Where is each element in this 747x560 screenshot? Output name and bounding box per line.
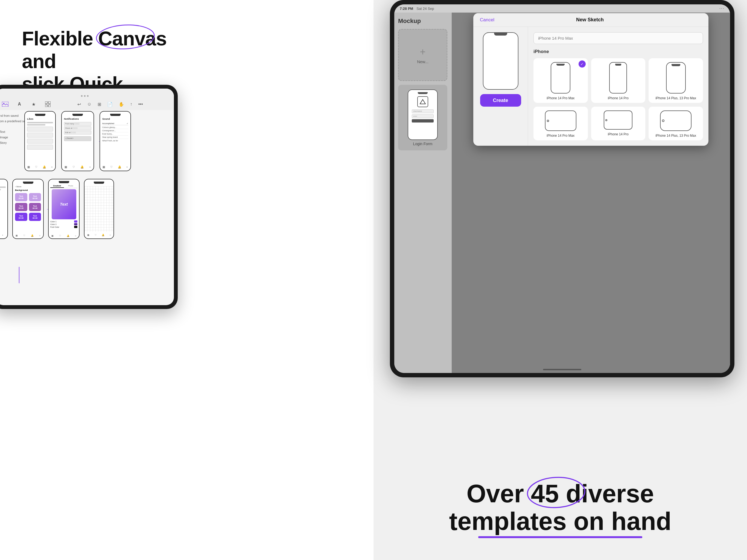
label-und: und from saved [0, 113, 26, 119]
modal-phone-preview [483, 32, 518, 90]
device-card-landscape-2[interactable]: iPhone 14 Pro [591, 107, 646, 140]
puzzle-icon[interactable]: ⊞ [98, 102, 101, 107]
device-name-6: iPhone 14 Plus, 13 Pro Max [655, 134, 696, 137]
device-grid-row1: ✓ iPhone 14 Pro Max [534, 58, 703, 103]
wireframe-row-2: ○• ‹ More Background Text [0, 179, 114, 239]
svg-rect-3 [48, 101, 51, 104]
wf-phone-notifications: Notifications Post many □ □ □ Share at □… [61, 111, 94, 171]
wf-phone-empty-grid: ▦♡🔔○ [84, 179, 114, 239]
left-panel: Flexible Canvas and slick Quick Actions [0, 0, 374, 560]
grid-tool-icon[interactable] [44, 101, 52, 107]
device-name-5: iPhone 14 Pro [608, 132, 628, 136]
wf-phone-partial: ○• [0, 179, 8, 239]
modal-phone-notch [494, 33, 507, 35]
ipad-left-screen: A ★ ↩ ☺ ⊞ 📄 ✋ ↑ ••• [0, 88, 174, 305]
create-button[interactable]: Create [480, 94, 521, 107]
device-card-landscape-3[interactable]: iPhone 14 Plus, 13 Pro Max [649, 107, 703, 140]
device-card-landscape-1[interactable]: iPhone 14 Pro Max [534, 107, 588, 140]
bottom-line2: templates on hand [374, 507, 747, 538]
modal-preview-section: Create [473, 27, 528, 146]
wireframe-row-1: Likes ▦♡🔔○ Notifications Post many □ □ □ [24, 111, 131, 171]
ipad-left-device: A ★ ↩ ☺ ⊞ 📄 ✋ ↑ ••• [0, 85, 178, 309]
hand-icon[interactable]: ✋ [119, 102, 124, 107]
device-name-2: iPhone 14 Pro [608, 96, 628, 100]
number-45-wrapper: 45 [531, 480, 559, 508]
text-tool-icon[interactable]: A [15, 101, 24, 107]
mockup-sidebar: Mockup + New... Use [394, 12, 452, 373]
tablet-preview-2 [604, 110, 633, 130]
sidebar-title: Mockup [398, 18, 448, 25]
undo-icon[interactable]: ↩ [77, 102, 81, 107]
status-more-dots: ··· [719, 6, 725, 11]
modal-header: Cancel New Sketch [473, 13, 709, 27]
modal-overlay: Cancel New Sketch Creat [452, 10, 730, 373]
bottom-headline-text: Over 45 diverse templates on hand [374, 480, 747, 538]
device-grid-row2: iPhone 14 Pro Max iPhone 14 Pro [534, 107, 703, 140]
modal-body: Create iPhone ✓ [473, 27, 709, 146]
label-predefined: from a predefined set [0, 119, 26, 124]
device-card-iphone14plus[interactable]: iPhone 14 Plus, 13 Pro Max [649, 58, 703, 103]
wf-phone-background: ‹ More Background Text Text [12, 179, 44, 239]
device-card-iphone14promax[interactable]: ✓ iPhone 14 Pro Max [534, 58, 588, 103]
svg-rect-5 [48, 105, 51, 107]
label-image: • Image [0, 135, 26, 140]
sketch-name-input[interactable] [534, 32, 703, 44]
wf-phone-sound: Sound Accomplished✓ Colours glassy... Co… [100, 111, 131, 171]
emoji-icon[interactable]: ☺ [87, 102, 91, 107]
label-story: • Story [0, 140, 26, 146]
ipad-status-bar: 7:28 PM Sat 24 Sep ··· [394, 4, 730, 12]
left-labels: und from saved from a predefined set • T… [0, 113, 26, 146]
status-date: Sat 24 Sep [416, 6, 434, 11]
new-card-plus-icon: + [420, 46, 426, 58]
selected-checkmark: ✓ [578, 60, 586, 68]
notch [35, 114, 45, 116]
bottom-headline: Over 45 diverse templates on hand [374, 480, 747, 538]
arrow-decoration [19, 267, 19, 283]
share-icon[interactable]: ↑ [130, 102, 132, 107]
ipad-right-device: 7:28 PM Sat 24 Sep ··· Mockup + New... [390, 0, 735, 377]
login-form-card[interactable]: Username •••••• Login Form [398, 85, 447, 150]
toolbar-dots [81, 95, 88, 97]
wf-phone-gradient: Gradient Photo Text Color 1 [48, 179, 80, 239]
number-45: 45 [531, 480, 559, 508]
canvas-circle-decoration [96, 23, 155, 51]
wf-phone-likes: Likes ▦♡🔔○ [24, 111, 56, 171]
tablet-preview-3 [660, 110, 692, 131]
phone-preview-img-3 [666, 62, 686, 94]
canvas-word: Canvas [98, 27, 166, 50]
modal-cancel-button[interactable]: Cancel [480, 17, 494, 23]
modal-device-section: iPhone ✓ iPhone 14 Pro Max [528, 27, 709, 146]
label-text: • Text [0, 129, 26, 135]
more-icon[interactable]: ••• [138, 102, 143, 107]
headline-line1: Flexible Canvas and [22, 28, 166, 72]
star-tool-icon[interactable]: ★ [29, 101, 38, 107]
svg-rect-4 [45, 105, 47, 107]
modal-title-text: New Sketch [576, 17, 604, 23]
ipad-right-screen: 7:28 PM Sat 24 Sep ··· Mockup + New... [394, 4, 730, 373]
device-card-iphone14pro[interactable]: iPhone 14 Pro [591, 58, 646, 103]
new-sketch-modal: Cancel New Sketch Creat [473, 13, 709, 146]
right-panel: 7:28 PM Sat 24 Sep ··· Mockup + New... [374, 0, 747, 560]
status-time: 7:28 PM [400, 6, 413, 11]
device-name-1: iPhone 14 Pro Max [547, 96, 574, 100]
templates-underline-decoration [478, 536, 642, 538]
device-name-3: iPhone 14 Plus, 13 Pro Max [655, 96, 696, 100]
bottom-line1: Over 45 diverse [466, 480, 654, 508]
tablet-preview-1 [545, 110, 576, 131]
device-name-4: iPhone 14 Pro Max [547, 134, 574, 137]
login-form-label: Login Form [413, 142, 433, 146]
image-tool-icon[interactable] [1, 101, 9, 107]
new-card-label: New... [417, 59, 429, 64]
svg-rect-2 [45, 101, 47, 104]
iphone-section-title: iPhone [534, 49, 703, 54]
ipad-home-indicator [543, 369, 581, 370]
svg-marker-6 [420, 100, 426, 104]
doc-icon[interactable]: 📄 [107, 102, 113, 107]
phone-preview-img [551, 62, 570, 94]
phone-preview-img-2 [609, 62, 627, 94]
new-card[interactable]: + New... [398, 29, 447, 81]
